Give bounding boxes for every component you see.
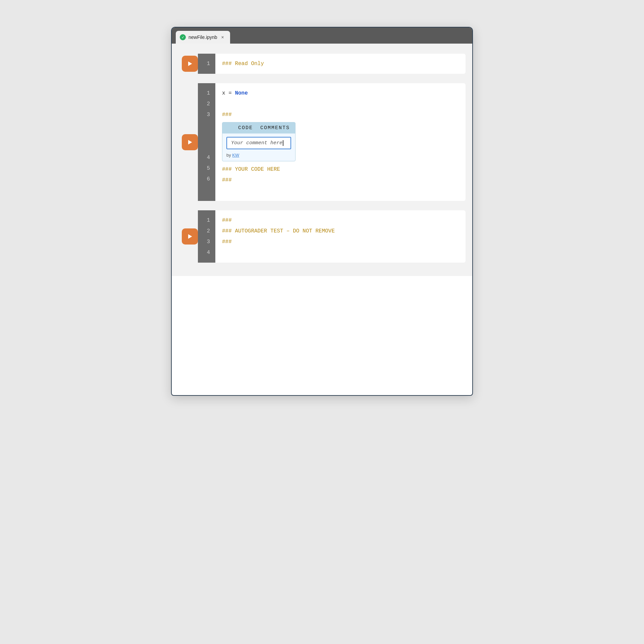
code-line-blank — [222, 99, 296, 109]
code-line-blank2 — [222, 185, 296, 196]
cell-1-container: 1 ### Read Only — [198, 54, 466, 74]
comment-box: CODE COMMENTS Your comment here by KW — [222, 122, 296, 161]
comment-user-link[interactable]: KW — [232, 153, 239, 158]
tab-filename: newFile.ipynb — [189, 35, 217, 40]
line-num-4 — [207, 120, 210, 131]
line-num-2: 2 — [207, 99, 210, 109]
line-num-8: 5 — [207, 163, 210, 174]
line-num-c3-3: 3 — [207, 236, 210, 247]
run-button-cell2[interactable] — [182, 134, 198, 150]
code-line-ag2: ### AUTOGRADER TEST – DO NOT REMOVE — [222, 226, 335, 236]
run-button-cell1[interactable] — [182, 56, 198, 72]
cell-2-container: 1 2 3 4 5 6 x = None ### — [198, 83, 466, 201]
cell-1-row: 1 ### Read Only — [172, 54, 472, 74]
cell-2-row: 1 2 3 4 5 6 x = None ### — [172, 83, 472, 201]
notebook-tab[interactable]: ✓ newFile.ipynb × — [176, 31, 230, 44]
line-num-c3-4: 4 — [207, 247, 210, 258]
comment-by-label: by KW — [222, 151, 295, 161]
tab-close-button[interactable]: × — [221, 35, 224, 40]
comment-input[interactable]: Your comment here — [226, 137, 291, 149]
cell-3-row: 1 2 3 4 ### ### AUTOGRADER TEST – DO NOT… — [172, 210, 472, 263]
line-num-7: 4 — [207, 152, 210, 163]
line-num-c3-1: 1 — [207, 215, 210, 226]
line-num-9: 6 — [207, 174, 210, 184]
svg-marker-2 — [188, 234, 192, 238]
code-line-x: x = None — [222, 88, 296, 99]
line-num-1: 1 — [207, 88, 210, 99]
code-line-hash2: ### — [222, 175, 296, 185]
cell-3-container: 1 2 3 4 ### ### AUTOGRADER TEST – DO NOT… — [198, 210, 466, 263]
tab-check-icon: ✓ — [180, 34, 186, 40]
code-line-your-code: ### YOUR CODE HERE — [222, 164, 296, 175]
run-button-cell3[interactable] — [182, 228, 198, 245]
cell-2-line-numbers: 1 2 3 4 5 6 — [198, 83, 215, 201]
notebook-body: 1 ### Read Only 1 2 3 — [172, 44, 472, 276]
code-line-ag4 — [222, 247, 335, 258]
code-line-ag3: ### — [222, 236, 335, 247]
code-line: ### Read Only — [222, 58, 264, 69]
notebook-window: ✓ newFile.ipynb × 1 ### Read Only — [171, 27, 473, 396]
line-num-5 — [207, 131, 210, 142]
code-line-ag1: ### — [222, 215, 335, 226]
line-num: 1 — [207, 58, 210, 69]
line-num-3: 3 — [207, 109, 210, 120]
code-line-hash: ### — [222, 109, 296, 120]
line-num-c3-2: 2 — [207, 226, 210, 236]
cell-3-line-numbers: 1 2 3 4 — [198, 210, 215, 263]
svg-marker-0 — [188, 61, 192, 66]
tab-bar: ✓ newFile.ipynb × — [172, 28, 472, 44]
line-num-6 — [207, 142, 210, 152]
cell-1-code-area: ### Read Only — [215, 54, 271, 74]
svg-marker-1 — [188, 140, 192, 144]
cell-1-line-numbers: 1 — [198, 54, 215, 74]
cell-2-code-area: x = None ### CODE COMMENTS Your comment … — [215, 83, 302, 201]
comment-box-header: CODE COMMENTS — [222, 122, 295, 133]
cell-3-code-area: ### ### AUTOGRADER TEST – DO NOT REMOVE … — [215, 210, 341, 263]
